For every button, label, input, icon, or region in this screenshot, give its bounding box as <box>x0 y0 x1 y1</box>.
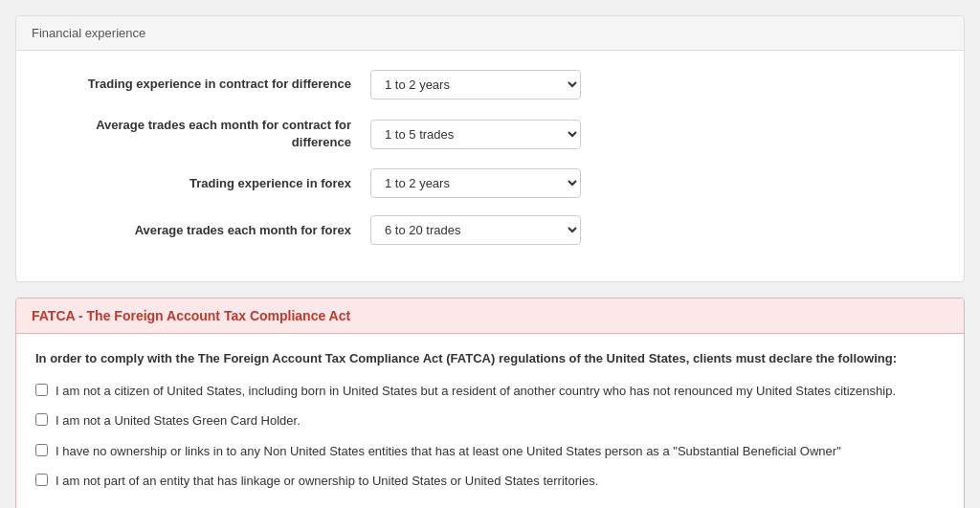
form-row-avg-trades-forex: Average trades each month for forex1 to … <box>45 215 935 245</box>
label-trading-experience-forex: Trading experience in forex <box>45 175 370 192</box>
fatca-checkbox-0[interactable] <box>35 384 48 396</box>
fatca-item-text-3: I am not part of an entity that has link… <box>56 472 598 491</box>
fatca-intro-text: In order to comply with the The Foreign … <box>35 349 945 368</box>
financial-experience-body: Trading experience in contract for diffe… <box>16 51 964 281</box>
select-avg-trades-cfd[interactable]: 1 to 5 trades6 to 10 trades11 to 20 trad… <box>370 120 581 149</box>
fatca-item-2: I have no ownership or links in to any N… <box>35 442 945 461</box>
fatca-item-text-2: I have no ownership or links in to any N… <box>56 442 841 461</box>
fatca-checkbox-3[interactable] <box>35 474 48 486</box>
fatca-item-0: I am not a citizen of United States, inc… <box>35 382 945 401</box>
select-trading-experience-cfd[interactable]: Less than 1 year1 to 2 years3 to 5 years… <box>370 70 581 99</box>
fatca-header: FATCA - The Foreign Account Tax Complian… <box>16 298 964 334</box>
select-avg-trades-forex[interactable]: 1 to 5 trades6 to 20 trades21 to 50 trad… <box>370 215 581 245</box>
form-row-avg-trades-cfd: Average trades each month for contract f… <box>45 117 935 151</box>
label-trading-experience-cfd: Trading experience in contract for diffe… <box>45 76 370 93</box>
form-row-trading-experience-cfd: Trading experience in contract for diffe… <box>45 70 935 99</box>
select-trading-experience-forex[interactable]: Less than 1 year1 to 2 years3 to 5 years… <box>370 168 581 198</box>
fatca-checkbox-1[interactable] <box>35 413 48 426</box>
fatca-item-text-1: I am not a United States Green Card Hold… <box>56 411 301 431</box>
financial-experience-header: Financial experience <box>16 16 964 51</box>
fatca-checkbox-2[interactable] <box>35 444 48 456</box>
form-row-trading-experience-forex: Trading experience in forexLess than 1 y… <box>45 168 935 198</box>
fatca-item-1: I am not a United States Green Card Hold… <box>35 411 945 431</box>
label-avg-trades-cfd: Average trades each month for contract f… <box>45 117 370 151</box>
label-avg-trades-forex: Average trades each month for forex <box>45 222 370 239</box>
fatca-item-3: I am not part of an entity that has link… <box>35 472 945 491</box>
fatca-body: In order to comply with the The Foreign … <box>16 334 964 508</box>
financial-experience-section: Financial experience Trading experience … <box>15 15 965 282</box>
fatca-section: FATCA - The Foreign Account Tax Complian… <box>15 298 965 508</box>
fatca-item-text-0: I am not a citizen of United States, inc… <box>56 382 896 401</box>
